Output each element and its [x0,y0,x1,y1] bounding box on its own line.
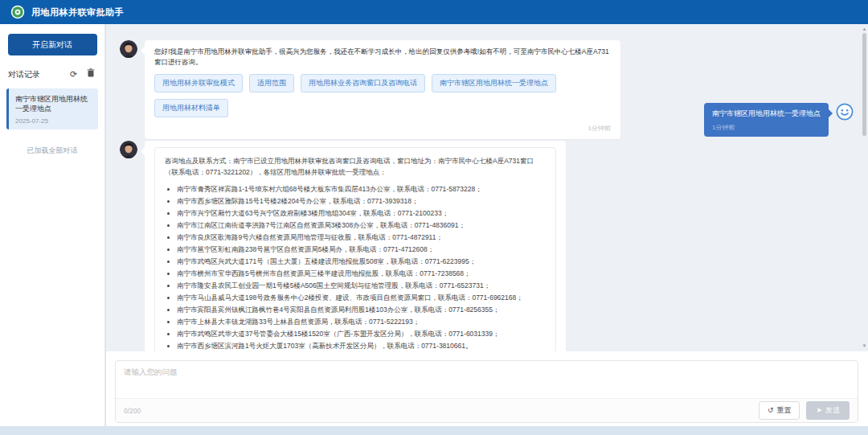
location-list: 南宁市青秀区祥宾路1-1号埌东村六组68号楼大板东市集四层413办公室，联系电话… [165,183,546,351]
location-item: 南宁市江南区江南街道亭洪路7号江南区自然资源局3楼308办公室，联系电话：077… [177,220,546,232]
conversation-date: 2025-07-25 [15,117,92,125]
quick-question-chip[interactable]: 用地用林业务咨询窗口及咨询电话 [301,74,425,92]
assistant-avatar [120,141,137,158]
location-item: 南宁市兴宁区厢竹大道63号兴宁区政府副楼3楼用地组304室，联系电话：0771-… [177,207,546,220]
location-item: 南宁市武鸣区武华大道37号管委会大楼15楼1520室（广西-东盟开发区分局），联… [177,328,546,340]
trash-icon[interactable] [84,68,96,80]
sidebar: 开启新对话 对话记录 ⟳ 南宁市辖区用地用林统一受理地点 2025-07-25 … [0,24,105,426]
scrollbar-thumb[interactable] [862,33,866,136]
location-item: 南宁市西乡塘区雅际路15号1号楼2楼204号办公室，联系电话：0771-3939… [177,195,546,207]
message-timestamp: 1分钟前 [712,123,821,132]
send-icon: ➤ [816,407,822,414]
answer-intro-text: 咨询地点及联系方式：南宁市已设立用地用林并联审批咨询窗口及咨询电话，窗口地址为：… [165,155,546,178]
conversation-title: 南宁市辖区用地用林统一受理地点 [15,94,92,113]
location-item: 南宁市武鸣区兴武大道171号（国土大厦）五楼建设用地报批股508室，联系电话：0… [177,256,546,268]
gov-emblem-icon [10,5,25,19]
location-item: 南宁市隆安县农民工创业园一期1号楼5楼A506国土空间规划与征地管理股，联系电话… [177,280,546,292]
location-item: 南宁市横州市宝华西路5号横州市自然资源局三楼半建设用地报批股，联系电话：0771… [177,268,546,280]
location-item: 南宁市西乡塘区滨河路1号火炬大厦1703室（高新技术开发区分局），联系电话：07… [177,340,546,351]
assistant-message-greeting: 您好!我是南宁市用地用林并联审批助手，很高兴为您服务，我还在不断学习成长中，给出… [120,40,620,139]
reset-icon: ↺ [768,407,774,414]
composer-panel: 0/200 ↺ 重置 ➤ 发送 [106,351,868,426]
assistant-message-card: 您好!我是南宁市用地用林并联审批助手，很高兴为您服务，我还在不断学习成长中，给出… [145,40,620,139]
history-label: 对话记录 [8,69,40,80]
answer-content-box: 咨询地点及联系方式：南宁市已设立用地用林并联审批咨询窗口及咨询电话，窗口地址为：… [154,147,556,351]
refresh-icon[interactable]: ⟳ [68,68,80,80]
chat-scroll-area: 您好!我是南宁市用地用林并联审批助手，很高兴为您服务，我还在不断学习成长中，给出… [106,24,868,351]
message-timestamp: 1分钟前 [154,124,611,133]
location-item: 南宁市青秀区祥宾路1-1号埌东村六组68号楼大板东市集四层413办公室，联系电话… [177,183,546,195]
vertical-scrollbar[interactable]: ▲ ▼ [862,26,867,349]
quick-question-chips: 用地用林并联审批模式适用范围用地用林业务咨询窗口及咨询电话南宁市辖区用地用林统一… [154,74,611,117]
quick-question-chip[interactable]: 适用范围 [249,74,294,92]
all-loaded-label: 已加载全部对话 [0,146,104,156]
scroll-up-icon[interactable]: ▲ [862,26,867,32]
composer-footer: 0/200 ↺ 重置 ➤ 发送 [116,398,858,422]
user-message-text: 南宁市辖区用地用林统一受理地点 [712,109,821,118]
send-button[interactable]: ➤ 发送 [806,401,850,420]
assistant-message-answer: 咨询地点及联系方式：南宁市已设立用地用林并联审批咨询窗口及咨询电话，窗口地址为：… [120,141,566,351]
user-avatar-smiley-icon [836,103,854,121]
assistant-message-card: 咨询地点及联系方式：南宁市已设立用地用林并联审批咨询窗口及咨询电话，窗口地址为：… [145,141,566,351]
conversation-list-item[interactable]: 南宁市辖区用地用林统一受理地点 2025-07-25 [6,88,98,129]
location-item: 南宁市马山县威马大道198号政务服务中心2楼投资、建设、市政项目自然资源局窗口，… [177,292,546,304]
char-count: 0/200 [124,407,141,415]
greeting-text: 您好!我是南宁市用地用林并联审批助手，很高兴为您服务，我还在不断学习成长中，给出… [154,47,611,68]
app-title: 用地用林并联审批助手 [31,6,124,18]
question-input[interactable] [116,361,858,398]
quick-question-chip[interactable]: 用地用林并联审批模式 [154,74,243,92]
user-message-bubble: 南宁市辖区用地用林统一受理地点 1分钟前 [704,103,829,137]
scroll-down-icon[interactable]: ▼ [862,343,867,349]
history-header: 对话记录 ⟳ [0,68,104,80]
user-message: 南宁市辖区用地用林统一受理地点 1分钟前 [704,103,854,137]
reset-button[interactable]: ↺ 重置 [759,401,800,420]
location-item: 南宁市良庆区歌海路9号六楼自然资源局用地管理与征收股，联系电话：0771-487… [177,232,546,244]
location-item: 南宁市上林县大丰镇龙湖路33号上林县自然资源局，联系电话：0771-522219… [177,316,546,328]
location-item: 南宁市邕宁区彩虹南路238号邕宁区自然资源局5楼局办，联系电话：0771-471… [177,244,546,256]
app-header: 用地用林并联审批助手 [0,0,868,24]
location-item: 南宁市宾阳县宾州镇枫江路枫竹巷4号宾阳县自然资源局利用股1楼103办公室，联系电… [177,304,546,316]
composer-box: 0/200 ↺ 重置 ➤ 发送 [115,360,858,423]
quick-question-chip[interactable]: 用地用林材料清单 [154,99,228,117]
quick-question-chip[interactable]: 南宁市辖区用地用林统一受理地点 [432,74,556,92]
assistant-avatar [120,40,137,58]
new-conversation-button[interactable]: 开启新对话 [8,34,97,55]
reset-label: 重置 [776,405,791,416]
send-label: 发送 [825,405,840,416]
